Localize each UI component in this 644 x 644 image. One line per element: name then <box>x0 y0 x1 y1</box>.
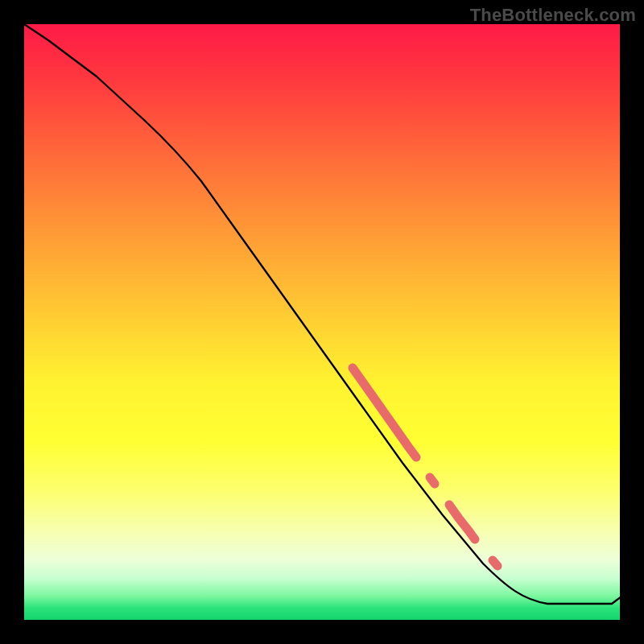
bottleneck-curve <box>24 24 644 604</box>
chart-svg <box>0 0 644 644</box>
watermark-text: TheBottleneck.com <box>470 5 636 26</box>
highlight-dot-2 <box>493 560 497 566</box>
highlight-dot-1 <box>430 477 435 484</box>
highlight-group <box>353 368 497 566</box>
highlight-segment-2 <box>449 505 475 539</box>
highlight-segment-1 <box>353 368 416 457</box>
